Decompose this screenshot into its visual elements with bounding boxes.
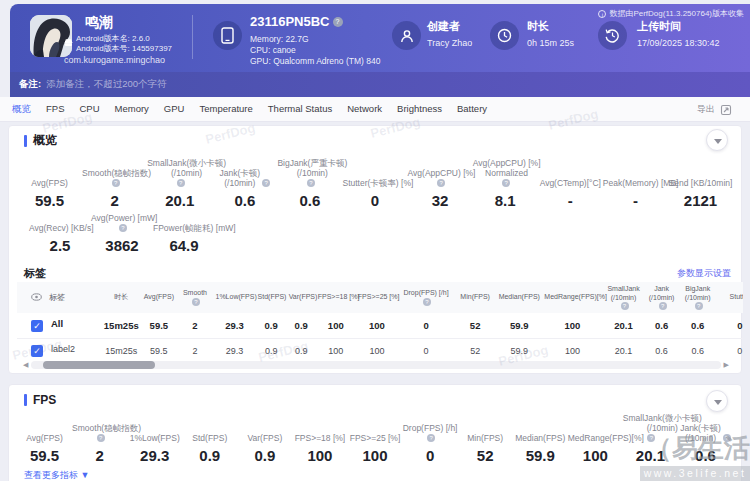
metric: FPower(帧能耗) [mW]? 64.9 xyxy=(153,213,215,254)
clock-icon xyxy=(490,21,519,50)
info-icon[interactable]: ? xyxy=(423,298,431,306)
tab[interactable]: Thermal Status xyxy=(268,103,332,116)
metric: Send [KB/10min]? 2121 xyxy=(668,158,733,209)
tab[interactable]: GPU xyxy=(164,103,185,116)
overview-title: 概览 xyxy=(33,132,57,149)
metric: Drop(FPS) [/h]? 0 xyxy=(403,413,458,464)
info-icon[interactable]: ? xyxy=(695,302,703,310)
tab[interactable]: Temperature xyxy=(199,103,252,116)
info-icon[interactable]: ? xyxy=(119,224,127,232)
tab[interactable]: Network xyxy=(347,103,382,116)
export-icon xyxy=(720,104,732,116)
app-package: com.kurogame.mingchao xyxy=(64,55,165,65)
metric: Avg(AppCPU) [%]? 32 xyxy=(408,158,473,209)
labels-table-wrap: 标签 时长? Avg(FPS)? Smooth? 1%Low(FPS)? Std… xyxy=(17,282,743,359)
eye-icon xyxy=(31,293,42,301)
metric: Std(FPS)? 0.9 xyxy=(182,413,237,464)
info-icon[interactable]: ? xyxy=(112,179,120,187)
metric: Median(FPS)? 59.9 xyxy=(513,413,568,464)
info-icon[interactable]: ? xyxy=(621,302,629,310)
history-icon xyxy=(598,21,627,50)
app-title: 鸣潮 xyxy=(85,14,113,32)
upload-time-value: 17/09/2025 18:30:42 xyxy=(637,38,720,48)
site-logo-text: （易生活 xyxy=(646,431,750,466)
creator-value: Tracy Zhao xyxy=(427,38,472,48)
overview-collapse-button[interactable] xyxy=(706,129,728,151)
more-metrics-link[interactable]: 查看更多指标 ▼ xyxy=(24,469,89,481)
info-icon[interactable]: ? xyxy=(427,434,435,442)
device-memory: Memory: 22.7G xyxy=(250,34,380,45)
row-label: label2 xyxy=(51,344,75,354)
metric: FPS>=18 [%]? 100 xyxy=(292,413,347,464)
phone-icon xyxy=(213,21,242,50)
tab[interactable]: Battery xyxy=(457,103,487,116)
tab[interactable]: FPS xyxy=(46,103,64,116)
creator-label: 创建者 xyxy=(427,19,460,34)
fps-card: FPS Avg(FPS)? 59.5 Smooth(稳帧指数)? 2 1%Low… xyxy=(8,384,742,481)
metric: Avg(CTemp)[°C]? - xyxy=(538,158,603,209)
fps-collapse-button[interactable] xyxy=(706,390,728,412)
metric: Smooth(稳帧指数)? 2 xyxy=(82,158,147,209)
collect-info-text: 数据由PerfDog(11.3.250764)版本收集 xyxy=(609,8,744,19)
tab[interactable]: 概览 xyxy=(12,103,31,116)
metric: Avg(FPS)? 59.5 xyxy=(17,413,72,464)
header-divider xyxy=(192,15,193,59)
android-version-name: Android版本名: 2.6.0 xyxy=(76,34,172,44)
overview-card: 概览 Avg(FPS)? 59.5 Smooth(稳帧指数)? 2 SmallJ… xyxy=(8,125,742,374)
note-label: 备注: xyxy=(19,78,41,91)
info-outline-icon: i xyxy=(598,10,606,18)
tab[interactable]: Brightness xyxy=(397,103,442,116)
note-bar[interactable]: 备注: 添加备注，不超过200个字符 xyxy=(10,72,750,97)
app-icon xyxy=(30,15,72,57)
android-icon xyxy=(64,38,73,47)
info-icon[interactable]: ? xyxy=(307,179,315,187)
row-checkbox[interactable] xyxy=(31,345,43,357)
info-icon[interactable]: ? xyxy=(437,179,445,187)
duration-value: 0h 15m 25s xyxy=(527,38,574,48)
table-row: All 15m25s 59.5 2 29.3 0.9 xyxy=(17,313,743,338)
metric: Min(FPS)? 52 xyxy=(458,413,513,464)
row-label: All xyxy=(51,318,63,329)
header: 鸣潮 Android版本名: 2.6.0Android版本号: 14559739… xyxy=(10,4,750,72)
note-placeholder: 添加备注，不超过200个字符 xyxy=(46,78,166,91)
metric: MedRange(FPS)[%]? 100 xyxy=(568,413,623,464)
table-row: label2 15m25s 59.5 2 29.3 0.9 xyxy=(17,338,743,359)
device-cpu: CPU: canoe xyxy=(250,45,380,56)
row-checkbox[interactable] xyxy=(31,320,43,332)
scrollbar-thumb xyxy=(43,361,155,369)
metric: FPS>=25 [%]? 100 xyxy=(347,413,402,464)
info-icon[interactable]: ? xyxy=(177,179,185,187)
settings-link[interactable]: 参数显示设置 xyxy=(677,267,731,280)
info-icon[interactable]: ? xyxy=(192,298,200,306)
device-name: 23116PN5BC xyxy=(250,14,330,29)
android-version-code: Android版本号: 145597397 xyxy=(76,44,172,54)
metric: Smooth(稳帧指数)? 2 xyxy=(72,413,127,464)
upload-time-label: 上传时间 xyxy=(637,19,681,34)
person-icon xyxy=(392,21,421,50)
site-logo-url: www.3elife.net xyxy=(640,466,750,481)
info-icon[interactable]: ? xyxy=(262,179,270,187)
labels-table: 标签 时长? Avg(FPS)? Smooth? 1%Low(FPS)? Std… xyxy=(17,282,743,359)
metric: Peak(Memory) [MB]? - xyxy=(603,158,668,209)
metric: Avg(FPS)? 59.5 xyxy=(17,158,82,209)
info-icon[interactable]: ? xyxy=(659,302,667,310)
export-button[interactable]: 导出 xyxy=(697,97,732,122)
tab[interactable]: Memory xyxy=(115,103,149,116)
horizontal-scrollbar[interactable]: ◀ ▶ xyxy=(23,360,729,369)
metric: Avg(Recv) [KB/s]? 2.5 xyxy=(29,213,91,254)
metric: Avg(Power) [mW]? 3862 xyxy=(91,213,153,254)
info-icon[interactable]: ? xyxy=(97,434,105,442)
export-label: 导出 xyxy=(697,103,715,116)
fps-title: FPS xyxy=(33,393,56,407)
scroll-right-arrow: ▶ xyxy=(721,361,729,369)
device-info-icon[interactable]: ? xyxy=(333,17,343,27)
metric: 1%Low(FPS)? 29.3 xyxy=(127,413,182,464)
duration-label: 时长 xyxy=(527,19,549,34)
tab[interactable]: CPU xyxy=(79,103,99,116)
info-icon[interactable]: ? xyxy=(502,179,510,187)
labels-title: 标签 xyxy=(24,266,46,281)
metric: Stutter(卡顿率) [%]? 0 xyxy=(342,158,407,209)
metric: Var(FPS)? 0.9 xyxy=(237,413,292,464)
metric: Avg(AppCPU) [%] Normalized? 8.1 xyxy=(473,158,538,209)
site-watermark-logo: （易生活 www.3elife.net xyxy=(640,431,750,481)
